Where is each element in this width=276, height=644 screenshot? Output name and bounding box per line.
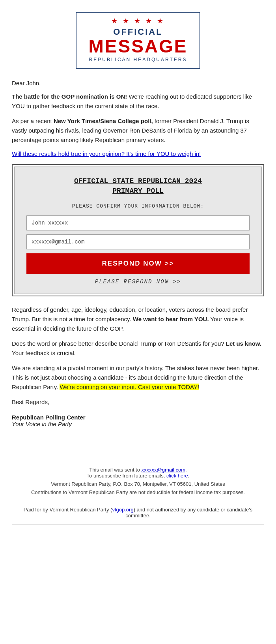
para3-bold: We want to hear from YOU. bbox=[133, 316, 209, 322]
greeting: Dear John, bbox=[12, 80, 264, 86]
para2: As per a recent New York Times/Siena Col… bbox=[12, 116, 264, 145]
footer-tax-note: Contributions to Vermont Republican Part… bbox=[12, 489, 264, 495]
para2-bold: New York Times/Siena College poll, bbox=[54, 118, 153, 124]
sign-off: Best Regards, bbox=[12, 397, 264, 407]
footer-email-prefix: This email was sent to bbox=[89, 467, 141, 473]
logo-box: ★ ★ ★ ★ ★ OFFICIAL MESSAGE REPUBLICAN HE… bbox=[76, 12, 200, 69]
para4: Does the word or phrase better describe … bbox=[12, 339, 264, 358]
para2-prefix: As per a recent bbox=[12, 118, 54, 124]
stars-decoration: ★ ★ ★ ★ ★ bbox=[88, 17, 187, 25]
para4-start: Does the word or phrase better describe … bbox=[12, 340, 226, 347]
footer-paid-suffix: ) and not authorized by any candidate or… bbox=[125, 507, 252, 519]
respond-now-button[interactable]: RESPOND NOW >> bbox=[26, 253, 250, 274]
para5-highlight: We're counting on your input. Cast your … bbox=[60, 384, 199, 390]
poll-outer-border: OFFICIAL STATE REPUBLICAN 2024 PRIMARY P… bbox=[12, 164, 264, 296]
footer-unsubscribe-prefix: To unsubscribe from future emails, bbox=[87, 473, 166, 479]
footer-area: This email was sent to xxxxxx@gmail.com.… bbox=[12, 459, 264, 524]
footer-unsubscribe-suffix: . bbox=[188, 473, 190, 479]
signature-name: Republican Polling Center bbox=[12, 414, 86, 421]
para4-bold: Let us know. bbox=[226, 340, 261, 347]
footer-address: Vermont Republican Party, P.O. Box 70, M… bbox=[12, 481, 264, 487]
weigh-in-link[interactable]: Will these results hold true in your opi… bbox=[12, 150, 201, 157]
signature-tagline: Your Voice in the Party bbox=[12, 421, 72, 427]
para1-bold: The battle for the GOP nomination is ON! bbox=[12, 93, 127, 100]
logo-hq-text: REPUBLICAN HEADQUARTERS bbox=[88, 57, 187, 62]
para3: Regardless of gender, age, ideology, edu… bbox=[12, 305, 264, 333]
email-input[interactable] bbox=[26, 234, 250, 249]
footer-paid-box: Paid for by Vermont Republican Party (vt… bbox=[12, 501, 264, 524]
footer-email-suffix: . bbox=[185, 467, 187, 473]
footer-paid-prefix: Paid for by Vermont Republican Party ( bbox=[24, 507, 112, 513]
para4-end: Your feedback is crucial. bbox=[12, 350, 76, 356]
name-input[interactable] bbox=[26, 215, 250, 230]
poll-subtitle: PLEASE CONFIRM YOUR INFORMATION BELOW: bbox=[26, 203, 250, 209]
poll-respond-now-text: PLEASE RESPOND NOW >> bbox=[26, 279, 250, 285]
footer-email-link[interactable]: xxxxxx@gmail.com bbox=[142, 467, 185, 473]
signature-block: Republican Polling Center Your Voice in … bbox=[12, 414, 264, 427]
footer-email-line: This email was sent to xxxxxx@gmail.com.… bbox=[12, 467, 264, 479]
para1: The battle for the GOP nomination is ON!… bbox=[12, 92, 264, 111]
footer-vtgop-link[interactable]: vtgop.org bbox=[112, 507, 133, 513]
footer-unsubscribe-link[interactable]: click here bbox=[166, 473, 188, 479]
logo-message-text: MESSAGE bbox=[88, 37, 187, 55]
poll-title: OFFICIAL STATE REPUBLICAN 2024 PRIMARY P… bbox=[26, 176, 250, 196]
para5: We are standing at a pivotal moment in o… bbox=[12, 363, 264, 392]
link-line[interactable]: Will these results hold true in your opi… bbox=[12, 150, 264, 157]
header-area: ★ ★ ★ ★ ★ OFFICIAL MESSAGE REPUBLICAN HE… bbox=[12, 8, 264, 69]
poll-inner: OFFICIAL STATE REPUBLICAN 2024 PRIMARY P… bbox=[14, 167, 262, 294]
